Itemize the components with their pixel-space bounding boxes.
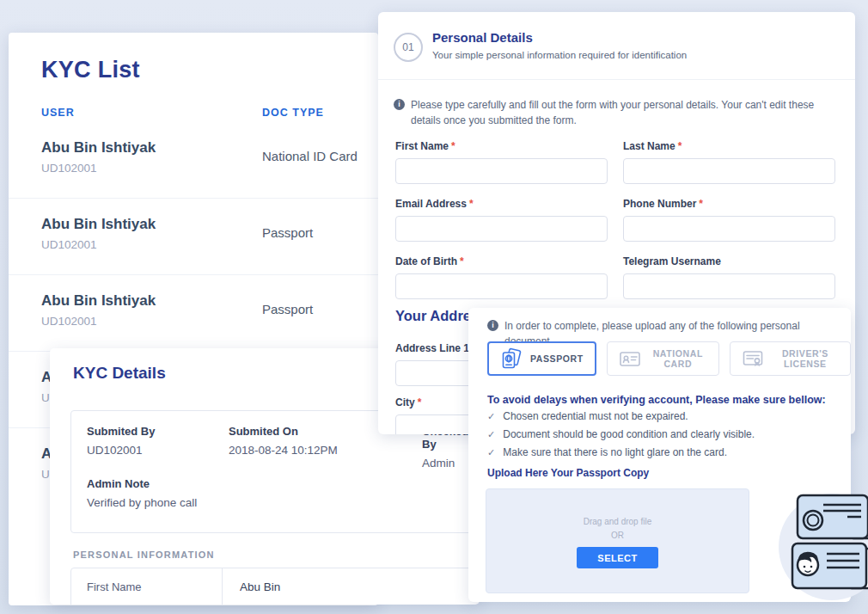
- national-card-icon: [619, 347, 641, 370]
- document-type-buttons: PASSPORT NATIONAL CARD: [487, 341, 851, 376]
- column-header-doc-type[interactable]: DOC TYPE: [262, 107, 324, 119]
- id-cards-illustration: [772, 482, 868, 607]
- column-header-user[interactable]: USER: [41, 107, 75, 119]
- step-number-badge: 01: [394, 33, 423, 62]
- field-label: Last Name*: [623, 140, 835, 152]
- id-cards-illustration-svg: [772, 482, 868, 607]
- drivers-license-button[interactable]: DRIVER'S LICENSE: [730, 341, 851, 376]
- field-label: Date of Birth*: [395, 255, 608, 267]
- submitted-by: Submited By UD102001: [87, 425, 155, 457]
- user-id: UD102001: [41, 238, 97, 251]
- field-label: First Name*: [395, 140, 608, 152]
- user-name: Abu Bin Ishtiyak: [41, 216, 156, 233]
- date-of-birth-input[interactable]: [395, 273, 608, 299]
- doc-button-label: NATIONAL CARD: [649, 348, 707, 369]
- required-asterisk: *: [699, 198, 703, 210]
- tips-title: To avoid delays when verifying account, …: [487, 394, 826, 406]
- email-address-field: Email Address*: [395, 198, 608, 242]
- kyc-list-row[interactable]: Abu Bin Ishtiyak UD102001 Passport: [9, 275, 378, 352]
- upload-here-label: Upload Here Your Passport Copy: [487, 467, 649, 479]
- phone-number-input[interactable]: [623, 216, 835, 242]
- submitted-on: Submited On 2018-08-24 10:12PM: [229, 425, 338, 457]
- form-note: i Please type carefully and fill out the…: [394, 97, 835, 128]
- kyc-list-column-headers: USER DOC TYPE: [41, 107, 359, 119]
- check-icon: ✓: [487, 429, 495, 440]
- kyc-list-title: KYC List: [41, 57, 140, 83]
- doc-type-value: Passport: [262, 225, 313, 240]
- info-row-label: First Name: [71, 568, 223, 605]
- first-name-field: First Name*: [395, 140, 608, 184]
- doc-button-label: DRIVER'S LICENSE: [772, 348, 839, 369]
- drivers-license-icon: [742, 347, 764, 370]
- national-card-button[interactable]: NATIONAL CARD: [607, 341, 719, 376]
- personal-details-title: Personal Details: [432, 30, 533, 45]
- admin-note: Admin Note Verified by phone call: [87, 477, 197, 509]
- dropzone-hint: Drag and drop file: [486, 517, 749, 526]
- date-of-birth-field: Date of Birth*: [395, 255, 608, 299]
- required-asterisk: *: [460, 255, 464, 267]
- check-icon: ✓: [487, 411, 495, 422]
- personal-information-section-title: PERSONAL INFORMATION: [73, 550, 215, 560]
- check-icon: ✓: [487, 447, 495, 458]
- info-row-value: Abu Bin: [240, 580, 280, 593]
- info-icon: i: [487, 320, 498, 331]
- tip-item: ✓ Document should be good condition and …: [487, 428, 755, 440]
- required-asterisk: *: [678, 140, 682, 152]
- last-name-input[interactable]: [623, 158, 835, 184]
- kyc-list-row[interactable]: Abu Bin Ishtiyak UD102001 National ID Ca…: [9, 122, 378, 199]
- dropzone-or: OR: [486, 531, 749, 540]
- doc-type-value: Passport: [262, 302, 313, 316]
- kyc-list-row[interactable]: Abu Bin Ishtiyak UD102001 Passport: [9, 199, 378, 275]
- user-name: Abu Bin Ishtiyak: [41, 292, 156, 310]
- email-address-input[interactable]: [395, 216, 608, 242]
- doc-type-value: National ID Card: [262, 149, 358, 163]
- passport-button[interactable]: PASSPORT: [487, 341, 596, 376]
- user-id: UD102001: [41, 315, 97, 328]
- phone-number-field: Phone Number*: [623, 198, 835, 242]
- header-divider: [378, 79, 855, 80]
- tip-item: ✓ Chosen credential must not be expaired…: [487, 410, 688, 422]
- required-asterisk: *: [418, 396, 422, 408]
- user-id: UD102001: [41, 162, 97, 175]
- required-asterisk: *: [469, 198, 474, 210]
- select-file-button[interactable]: SELECT: [577, 547, 658, 568]
- personal-information-table: First Name Abu Bin: [70, 568, 480, 605]
- dropzone[interactable]: Drag and drop file OR SELECT: [486, 488, 749, 593]
- doc-button-label: PASSPORT: [530, 353, 584, 364]
- kyc-details-title: KYC Details: [73, 364, 166, 383]
- last-name-field: Last Name*: [623, 140, 835, 184]
- required-asterisk: *: [451, 140, 455, 152]
- tip-item: ✓ Make sure that there is no light glare…: [487, 446, 727, 458]
- field-label: Phone Number*: [623, 198, 835, 210]
- form-note-text: Please type carefully and fill out the f…: [411, 97, 835, 128]
- personal-details-subtitle: Your simple personal information require…: [432, 50, 687, 60]
- field-label: Email Address*: [395, 198, 608, 210]
- telegram-username-field: Telegram Username: [623, 255, 835, 299]
- passport-icon: [500, 347, 523, 370]
- field-label: Telegram Username: [623, 255, 835, 267]
- first-name-input[interactable]: [395, 158, 608, 184]
- telegram-username-input[interactable]: [623, 273, 835, 299]
- user-name: Abu Bin Ishtiyak: [41, 139, 156, 157]
- info-icon: i: [394, 99, 405, 110]
